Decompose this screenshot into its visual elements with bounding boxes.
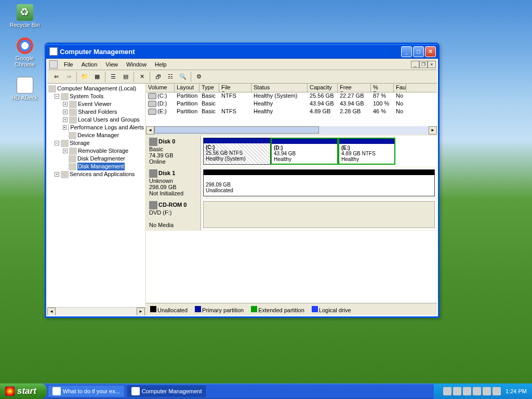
close-button[interactable]: × xyxy=(425,46,436,57)
partition-header xyxy=(204,170,434,175)
tree-shared-folders[interactable]: +Shared Folders xyxy=(48,108,144,116)
maximize-button[interactable]: □ xyxy=(413,46,424,57)
minimize-button[interactable]: _ xyxy=(401,46,412,57)
menu-help[interactable]: Help xyxy=(151,60,171,69)
expand-icon[interactable]: + xyxy=(63,149,68,153)
titlebar[interactable]: Computer Management _ □ × xyxy=(46,44,438,59)
perf-icon xyxy=(68,124,69,131)
tree-pane: Computer Management (Local) −System Tool… xyxy=(47,84,146,315)
tree-h-scrollbar[interactable]: ◄ ► xyxy=(47,307,145,315)
properties-button[interactable]: ☰ xyxy=(108,71,119,83)
clock[interactable]: 1:24 PM xyxy=(506,388,527,394)
computer-management-window: Computer Management _ □ × File Action Vi… xyxy=(45,43,440,318)
up-button[interactable]: 📁 xyxy=(79,71,90,83)
tree-event-viewer[interactable]: +Event Viewer xyxy=(48,100,144,108)
desktop-icon-hdadeck[interactable]: HD ADeck xyxy=(5,77,44,101)
tree-defragmenter[interactable]: Disk Defragmenter xyxy=(48,155,144,163)
tray-icon[interactable] xyxy=(443,387,451,395)
tree-device-manager[interactable]: Device Manager xyxy=(48,131,144,139)
partition[interactable]: (D:)43.94 GBHealthy xyxy=(271,138,338,165)
scroll-left-button[interactable]: ◄ xyxy=(146,126,154,135)
start-button[interactable]: start xyxy=(0,383,47,399)
col-status[interactable]: Status xyxy=(251,84,308,92)
taskbar-item-chrome[interactable]: What to do if your ex... xyxy=(48,385,125,397)
disk-type: DVD (F:) xyxy=(149,209,171,216)
volume-h-scrollbar[interactable]: ◄ ► xyxy=(146,126,437,135)
expand-icon[interactable]: + xyxy=(63,125,66,130)
forward-button[interactable]: ⇒ xyxy=(63,71,74,83)
menu-action[interactable]: Action xyxy=(77,60,102,69)
scroll-track[interactable] xyxy=(56,308,137,315)
col-type[interactable]: Type xyxy=(200,84,219,92)
partition-unallocated[interactable]: 298.09 GB Unallocated xyxy=(203,169,435,196)
scroll-track[interactable] xyxy=(154,126,429,135)
desktop-icon-chrome[interactable]: Google Chrome xyxy=(5,37,44,68)
tree-removable-storage[interactable]: +Removable Storage xyxy=(48,147,144,155)
scroll-right-button[interactable]: ► xyxy=(429,126,437,135)
volume-row[interactable]: (E:)PartitionBasicNTFSHealthy4.89 GB2.28… xyxy=(146,108,437,116)
col-free-space[interactable]: Free Space xyxy=(338,84,371,92)
scroll-right-button[interactable]: ► xyxy=(137,308,145,315)
show-hide-tree-button[interactable]: ▦ xyxy=(91,71,103,83)
expand-icon[interactable]: + xyxy=(55,172,59,177)
disk-row-1[interactable]: Disk 1 Unknown 298.09 GB Not Initialized… xyxy=(146,167,437,199)
col-fault[interactable]: Fau xyxy=(394,84,406,92)
help-button[interactable]: ⚙ xyxy=(193,71,205,83)
tray-icon[interactable] xyxy=(473,387,481,395)
mdi-close[interactable]: × xyxy=(428,61,436,68)
volume-row[interactable]: (C:)PartitionBasicNTFSHealthy (System)25… xyxy=(146,92,437,100)
legend-item: Logical drive xyxy=(312,306,351,313)
col-volume[interactable]: Volume xyxy=(146,84,175,92)
mdi-minimize[interactable]: _ xyxy=(411,61,419,68)
menubar: File Action View Window Help _ ❐ × xyxy=(47,59,437,70)
tree-storage[interactable]: −Storage xyxy=(48,139,144,147)
export-button[interactable]: ☷ xyxy=(165,71,176,83)
disk-size: 298.09 GB xyxy=(149,184,177,190)
right-pane: Volume Layout Type File System Status Ca… xyxy=(146,84,437,315)
menu-view[interactable]: View xyxy=(101,60,122,69)
tray-icon[interactable] xyxy=(483,387,491,395)
expand-icon[interactable]: + xyxy=(63,117,68,122)
defrag-icon xyxy=(69,155,76,163)
disk-name: Disk 0 xyxy=(158,138,175,144)
disk-size: 74.39 GB xyxy=(149,152,173,158)
scroll-left-button[interactable]: ◄ xyxy=(47,308,56,315)
collapse-icon[interactable]: − xyxy=(55,141,59,145)
mdi-restore[interactable]: ❐ xyxy=(419,61,428,68)
col-percent-free[interactable]: % Free xyxy=(371,84,394,92)
partition[interactable]: (E:)4.89 GB NTFSHealthy xyxy=(338,138,395,165)
view-button[interactable]: ▤ xyxy=(120,71,131,83)
disk-row-cdrom[interactable]: CD-ROM 0 DVD (F:) No Media xyxy=(146,199,437,231)
system-tray[interactable]: 1:24 PM xyxy=(434,383,532,399)
volume-row[interactable]: (D:)PartitionBasicHealthy43.94 GB43.94 G… xyxy=(146,100,437,108)
tree-disk-management[interactable]: Disk Management xyxy=(48,163,144,170)
menu-file[interactable]: File xyxy=(60,60,77,69)
disk-type: Unknown xyxy=(149,178,173,184)
col-filesystem[interactable]: File System xyxy=(219,84,251,92)
expand-icon[interactable]: + xyxy=(63,110,68,114)
taskbar-item-computer-management[interactable]: Computer Management xyxy=(127,385,207,397)
tree-system-tools[interactable]: −System Tools xyxy=(48,92,144,100)
back-button[interactable]: ⇐ xyxy=(50,71,62,83)
tree-local-users[interactable]: +Local Users and Groups xyxy=(48,116,144,124)
tree-services[interactable]: +Services and Applications xyxy=(48,170,144,178)
col-capacity[interactable]: Capacity xyxy=(308,84,338,92)
desktop-icon-recycle-bin[interactable]: Recycle Bin xyxy=(5,4,44,28)
disk-row-0[interactable]: Disk 0 Basic 74.39 GB Online (C:)25.56 G… xyxy=(146,136,437,167)
tree-perf-logs[interactable]: +Performance Logs and Alerts xyxy=(48,124,144,131)
tray-icon[interactable] xyxy=(493,387,501,395)
refresh-button[interactable]: 🗗 xyxy=(152,71,164,83)
tree-root[interactable]: Computer Management (Local) xyxy=(48,85,144,92)
tray-icon[interactable] xyxy=(463,387,471,395)
tray-icon[interactable] xyxy=(453,387,461,395)
expand-icon[interactable]: + xyxy=(63,102,68,107)
delete-button[interactable]: ✕ xyxy=(136,71,148,83)
partition[interactable]: (C:)25.56 GB NTFSHealthy (System) xyxy=(203,138,271,165)
volume-rows: (C:)PartitionBasicNTFSHealthy (System)25… xyxy=(146,92,437,116)
col-layout[interactable]: Layout xyxy=(175,84,200,92)
tree[interactable]: Computer Management (Local) −System Tool… xyxy=(47,84,145,307)
disk-type: Basic xyxy=(149,146,163,152)
find-button[interactable]: 🔍 xyxy=(177,71,189,83)
menu-window[interactable]: Window xyxy=(122,60,151,69)
collapse-icon[interactable]: − xyxy=(55,94,59,99)
